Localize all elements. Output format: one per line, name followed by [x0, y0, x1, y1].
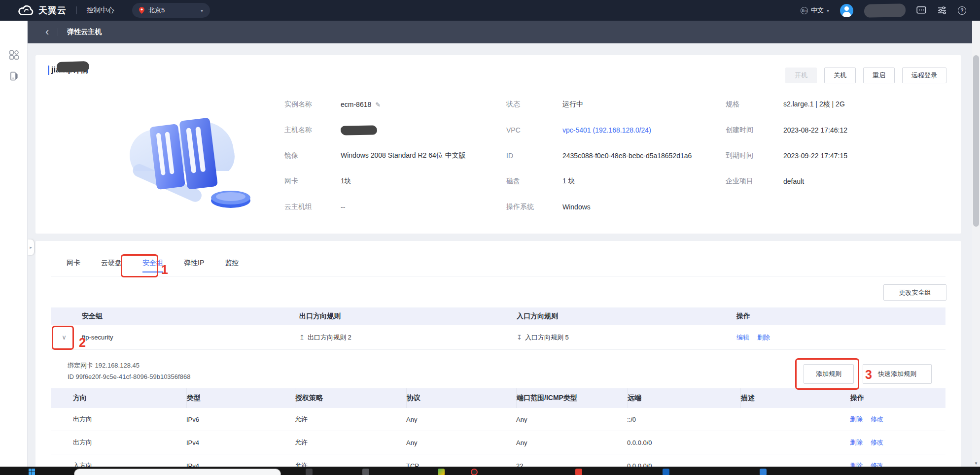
- col-header-protocol: 协议: [406, 388, 516, 408]
- instance-detail-card: jia-ftp详情 开机 关机 重启 远程登录: [35, 55, 961, 234]
- quick-add-rule-button[interactable]: 快速添加规则: [863, 364, 932, 384]
- sidebar-collapse-handle[interactable]: ▸: [28, 239, 34, 255]
- power-on-button[interactable]: 开机: [785, 68, 817, 83]
- field-label: 规格: [726, 100, 783, 109]
- nic-count-value: 1块: [341, 177, 351, 186]
- ingress-arrow-icon: ↧: [517, 334, 522, 341]
- field-label: 实例名称: [284, 100, 341, 109]
- field-label: 镜像: [284, 151, 341, 160]
- console-center-link[interactable]: 控制中心: [87, 6, 114, 15]
- image-value: Windows 2008 Standard R2 64位 中文版: [341, 151, 466, 160]
- tab-nic[interactable]: 网卡: [67, 259, 80, 273]
- region-dropdown-icon: ▾: [201, 8, 203, 13]
- help-icon[interactable]: ?: [958, 6, 966, 15]
- scrollbar-down-arrow[interactable]: ▼: [972, 461, 980, 466]
- rule-policy: 允许: [295, 415, 406, 424]
- tabs-divider: [51, 276, 945, 276]
- rule-row: 出方向 IPv6 允许 Any Any ::/0 删除 修改: [51, 408, 945, 431]
- egress-arrow-icon: ↥: [299, 334, 305, 341]
- security-group-row: ∨ ftp-security ↥出口方向规则 2 ↧入口方向规则 5 编辑 删除: [51, 325, 945, 350]
- brand-name[interactable]: 天翼云: [38, 4, 67, 16]
- taskbar-app-icon[interactable]: [760, 469, 767, 475]
- power-off-button[interactable]: 关机: [824, 68, 856, 83]
- rules-table: 方向 类型 授权策略 协议 端口范围/ICMP类型 远端 描述 操作 出方向 I…: [51, 388, 945, 475]
- cloud-server-illustration: [106, 103, 269, 221]
- messages-icon[interactable]: [916, 5, 926, 15]
- modify-rule-link[interactable]: 修改: [871, 438, 883, 447]
- delete-sg-link[interactable]: 删除: [757, 333, 770, 342]
- add-rule-button[interactable]: 添加规则: [804, 364, 854, 384]
- tab-security-group[interactable]: 安全组: [142, 259, 163, 273]
- start-button-icon[interactable]: [29, 469, 35, 475]
- col-header-remote: 远端: [627, 388, 740, 408]
- preferences-sliders-icon[interactable]: [937, 5, 947, 15]
- col-header-actions: 操作: [736, 312, 945, 321]
- restart-button[interactable]: 重启: [863, 68, 895, 83]
- tianyiyun-logo-icon[interactable]: [18, 4, 35, 16]
- resource-tabs-card: 网卡 云硬盘 安全组 弹性IP 监控 更改安全组 安全组 出口方向规则 入口方向…: [35, 241, 961, 475]
- vpc-link[interactable]: vpc-5401 (192.168.128.0/24): [562, 126, 651, 134]
- rule-policy: 允许: [295, 438, 406, 447]
- instance-name-value: ecm-8618✎: [341, 101, 381, 108]
- page-title: 弹性云主机: [67, 28, 102, 36]
- breadcrumb-bar: ‹ 弹性云主机: [28, 21, 980, 43]
- taskbar-app-icon[interactable]: [362, 469, 369, 475]
- region-selector[interactable]: 北京5 ▾: [132, 3, 210, 18]
- modify-rule-link[interactable]: 修改: [871, 415, 883, 424]
- language-selector[interactable]: En 中文 ▾: [801, 6, 829, 15]
- taskbar-app-icon[interactable]: [663, 469, 669, 475]
- col-header-policy: 授权策略: [295, 388, 406, 408]
- language-dropdown-icon: ▾: [827, 8, 829, 13]
- app-grid-icon[interactable]: [9, 50, 19, 60]
- delete-rule-link[interactable]: 删除: [850, 438, 863, 447]
- user-avatar[interactable]: [840, 4, 853, 17]
- instance-action-buttons: 开机 关机 重启 远程登录: [785, 68, 946, 83]
- field-label: 企业项目: [726, 177, 783, 186]
- scrollbar-thumb[interactable]: [973, 55, 979, 227]
- taskbar-app-icon[interactable]: [575, 469, 582, 475]
- edit-pencil-icon[interactable]: ✎: [375, 101, 381, 108]
- edit-sg-link[interactable]: 编辑: [736, 333, 749, 342]
- taskbar-app-icon[interactable]: [438, 469, 445, 475]
- rule-type: IPv6: [186, 416, 295, 423]
- text-cursor: [48, 66, 49, 75]
- field-label: 创建时间: [726, 126, 783, 135]
- taskbar-search-box[interactable]: [74, 469, 281, 475]
- expand-chevron-icon[interactable]: ∨: [57, 330, 71, 345]
- expire-time-value: 2023-09-22 17:47:15: [783, 152, 847, 160]
- avatar-person-icon: [844, 6, 849, 11]
- security-group-id: ID 99f6e20f-9c5e-41cf-8096-59b10356f868: [68, 373, 190, 380]
- rule-row: 出方向 IPv4 允许 Any Any 0.0.0.0/0 删除 修改: [51, 431, 945, 454]
- field-label: 状态: [506, 100, 562, 109]
- region-name: 北京5: [148, 6, 201, 15]
- security-group-table-header: 安全组 出口方向规则 入口方向规则 操作: [51, 307, 945, 325]
- remote-login-button[interactable]: 远程登录: [902, 68, 946, 83]
- bound-nic-info: 绑定网卡 192.168.128.45: [68, 361, 140, 370]
- tab-monitor[interactable]: 监控: [225, 259, 239, 273]
- vertical-scrollbar[interactable]: ▼: [972, 21, 980, 467]
- col-header-direction: 方向: [51, 388, 186, 408]
- col-header-description: 描述: [740, 388, 850, 408]
- field-column-1: 实例名称 ecm-8618✎ 主机名称 镜像 Windows 2008 Stan…: [284, 99, 496, 227]
- back-icon[interactable]: ‹: [45, 27, 49, 37]
- tab-eip[interactable]: 弹性IP: [184, 259, 204, 273]
- field-label: 到期时间: [726, 151, 783, 160]
- username-redaction: [864, 3, 906, 17]
- hostname-redaction: [341, 125, 377, 135]
- title-redaction: [57, 61, 90, 72]
- language-label: 中文: [811, 6, 824, 15]
- tab-disk[interactable]: 云硬盘: [101, 259, 122, 273]
- field-label: 网卡: [284, 177, 341, 186]
- field-column-3: 规格 s2.large.1 | 2核 | 2G 创建时间 2023-08-22 …: [726, 99, 947, 201]
- enterprise-project-value: default: [783, 177, 804, 185]
- rule-port: Any: [516, 416, 627, 423]
- server-panel-icon[interactable]: [9, 71, 19, 81]
- taskbar-app-icon[interactable]: [306, 469, 313, 475]
- taskbar-app-icon[interactable]: [471, 469, 478, 475]
- security-group-table: 安全组 出口方向规则 入口方向规则 操作 ∨ ftp-security ↥出口方…: [51, 307, 945, 350]
- change-security-group-button[interactable]: 更改安全组: [883, 284, 946, 301]
- os-value: Windows: [562, 203, 591, 211]
- col-header-ingress: 入口方向规则: [517, 312, 736, 321]
- ingress-rules-summary: ↧入口方向规则 5: [517, 333, 736, 342]
- delete-rule-link[interactable]: 删除: [850, 415, 863, 424]
